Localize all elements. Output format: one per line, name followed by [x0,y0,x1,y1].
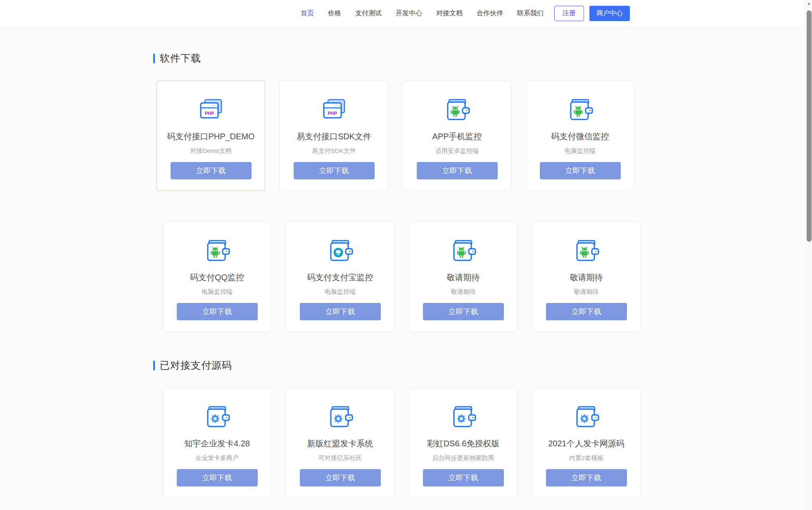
download-card: 敬请期待 敬请期待 立即下载 [409,222,518,332]
nav-link-4[interactable]: 对接文档 [436,9,463,18]
card-icon-slot [327,404,354,430]
card-title: APP手机监控 [403,131,511,142]
download-card: PHP 码支付接口PHP_DEMO 对接Demo文档 立即下载 [157,81,265,191]
download-button[interactable]: 立即下载 [546,469,627,486]
vertical-scrollbar[interactable]: ▲ [805,0,812,510]
download-card: 新版红盟发卡系统 可对接亿乐社区 立即下载 [286,388,394,498]
php-label: PHP [204,111,214,116]
card-title: 码支付接口PHP_DEMO [157,131,265,142]
php-label: PHP [328,111,337,116]
merchant-center-button[interactable]: 商户中心 [589,6,630,21]
card-icon-slot [450,238,477,264]
card-title: 码支付支付宝监控 [286,272,394,283]
card-title: 易支付接口SDK文件 [280,131,388,142]
download-button[interactable]: 立即下载 [294,162,375,179]
section-title-bar [153,361,155,370]
card-icon-slot [204,404,230,430]
nav-link-0[interactable]: 首页 [301,9,314,18]
card-title: 敬请期待 [532,272,640,283]
card-subtitle: 企业发卡多商户 [163,454,271,462]
card-title: 知宇企业发卡4.28 [163,438,271,449]
card-subtitle: 电脑监控端 [526,147,634,155]
scrollbar-thumb[interactable] [807,10,812,242]
wallet-gear-icon [204,404,230,430]
download-button[interactable]: 立即下载 [300,303,381,320]
download-button[interactable]: 立即下载 [417,162,498,179]
wallet-android-icon [204,238,230,264]
scrollbar-up-arrow-icon[interactable]: ▲ [806,2,812,5]
wallet-android-icon [444,97,470,123]
download-card: 2021个人发卡网源码 内置2套模板 立即下载 [532,388,641,498]
section: 软件下载 PHP 码支付接口PHP_DEMO 对接Demo文档 立即下载 PHP… [153,52,659,332]
wallet-android-icon [450,238,477,264]
download-button[interactable]: 立即下载 [423,469,504,486]
nav-link-6[interactable]: 联系我们 [517,9,544,18]
wallet-gear-icon [573,404,600,430]
card-title: 彩虹DS6.6免授权版 [409,438,517,449]
card-icon-slot [450,404,477,430]
nav-link-3[interactable]: 开发中心 [396,9,422,18]
download-card: 知宇企业发卡4.28 企业发卡多商户 立即下载 [163,388,271,498]
download-button[interactable]: 立即下载 [540,162,621,179]
download-button[interactable]: 立即下载 [171,162,252,179]
download-card: APP手机监控 适用安卓监控端 立即下载 [403,81,511,191]
card-icon-slot [327,238,354,264]
download-button[interactable]: 立即下载 [177,469,258,486]
card-icon-slot: PHP [321,97,347,123]
nav-link-1[interactable]: 价格 [328,9,341,18]
section-title-text: 软件下载 [160,52,201,65]
download-button[interactable]: 立即下载 [300,469,381,486]
download-button[interactable]: 立即下载 [423,303,504,320]
register-button[interactable]: 注册 [554,6,584,21]
section-title-bar [153,54,155,63]
card-subtitle: 敬请期待 [532,288,640,296]
header-inner: 首页价格支付测试开发中心对接文档合作伙伴联系我们 注册 商户中心 [153,6,659,21]
card-title: 敬请期待 [409,272,517,283]
card-subtitle: 易支付SDK文件 [280,147,388,155]
monitor-glyph [333,248,343,257]
card-subtitle: 后台同步更新独家防黑 [409,454,517,462]
download-card: 彩虹DS6.6免授权版 后台同步更新独家防黑 立即下载 [409,388,518,498]
card-icon-slot: PHP [198,97,224,123]
card-icon-slot [204,238,230,264]
card-icon-slot [573,404,600,430]
nav-link-2[interactable]: 支付测试 [355,9,382,18]
card-subtitle: 可对接亿乐社区 [286,454,394,462]
download-card: 码支付支付宝监控 电脑监控端 立即下载 [286,222,394,332]
card-icon-slot [444,97,470,123]
section-title: 软件下载 [153,52,659,65]
download-card: 码支付QQ监控 电脑监控端 立即下载 [163,222,271,332]
card-row: 知宇企业发卡4.28 企业发卡多商户 立即下载 新版红盟发卡系统 可对接亿乐社区… [163,388,659,498]
php-window-icon: PHP [198,97,224,123]
card-icon-slot [573,238,600,264]
card-title: 2021个人发卡网源码 [532,438,640,449]
wallet-gear-icon [450,404,477,430]
nav-link-5[interactable]: 合作伙伴 [477,9,503,18]
card-icon-slot [567,97,594,123]
card-title: 码支付QQ监控 [163,272,271,283]
card-subtitle: 电脑监控端 [286,288,394,296]
card-subtitle: 敬请期待 [409,288,517,296]
php-window-icon: PHP [321,97,347,123]
main-content: 软件下载 PHP 码支付接口PHP_DEMO 对接Demo文档 立即下载 PHP… [153,27,659,498]
download-card: 敬请期待 敬请期待 立即下载 [532,222,641,332]
card-subtitle: 适用安卓监控端 [403,147,511,155]
section-title-text: 已对接支付源码 [160,359,232,372]
wallet-monitor-icon [327,238,354,264]
section: 已对接支付源码 知宇企业发卡4.28 企业发卡多商户 立即下载 [153,359,659,498]
section-title: 已对接支付源码 [153,359,659,372]
card-title: 码支付微信监控 [526,131,634,142]
card-subtitle: 电脑监控端 [163,288,271,296]
download-button[interactable]: 立即下载 [177,303,258,320]
top-header: 首页价格支付测试开发中心对接文档合作伙伴联系我们 注册 商户中心 [0,0,812,27]
nav-links: 首页价格支付测试开发中心对接文档合作伙伴联系我们 [301,9,544,18]
wallet-android-icon [567,97,594,123]
card-row: 码支付QQ监控 电脑监控端 立即下载 码支付支付宝监控 电脑监控端 立即下载 [163,222,659,332]
card-row: PHP 码支付接口PHP_DEMO 对接Demo文档 立即下载 PHP 易支付接… [157,81,659,191]
download-button[interactable]: 立即下载 [546,303,627,320]
wallet-android-icon [573,238,600,264]
download-card: 码支付微信监控 电脑监控端 立即下载 [526,81,634,191]
wallet-gear-icon [327,404,354,430]
download-card: PHP 易支付接口SDK文件 易支付SDK文件 立即下载 [280,81,388,191]
card-subtitle: 对接Demo文档 [157,147,265,155]
